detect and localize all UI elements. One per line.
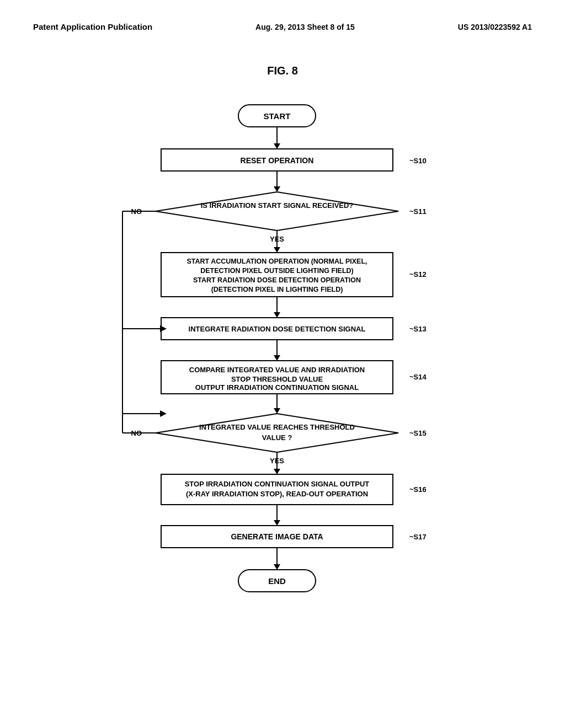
svg-text:VALUE ?: VALUE ? [262,433,292,442]
svg-text:~S14: ~S14 [409,373,427,381]
svg-text:~S13: ~S13 [409,325,427,333]
svg-text:START RADIATION DOSE DETECTION: START RADIATION DOSE DETECTION OPERATION [193,276,361,284]
svg-marker-27 [274,312,280,318]
svg-text:INTEGRATED VALUE REACHES THRES: INTEGRATED VALUE REACHES THRESHOLD [199,423,355,431]
svg-marker-39 [274,408,280,414]
svg-text:DETECTION PIXEL OUTSIDE LIGHTI: DETECTION PIXEL OUTSIDE LIGHTING FIELD) [200,267,354,275]
figure-title: FIG. 8 [33,65,532,77]
publication-title: Patent Application Publication [33,22,152,31]
publication-number: US 2013/0223592 A1 [458,23,532,31]
svg-text:~S17: ~S17 [409,533,427,541]
page-header: Patent Application Publication Aug. 29, … [33,22,532,31]
flowchart-svg: START RESET OPERATION ~S10 IS IRRADIATIO… [89,94,476,673]
svg-text:IS IRRADIATION START SIGNAL RE: IS IRRADIATION START SIGNAL RECEIVED? [201,201,354,210]
svg-marker-62 [274,564,280,570]
svg-marker-9 [156,192,398,231]
patent-page: Patent Application Publication Aug. 29, … [0,0,565,728]
svg-text:END: END [268,576,286,586]
svg-text:OUTPUT IRRADIATION CONTINUATIO: OUTPUT IRRADIATION CONTINUATION SIGNAL [195,383,359,392]
svg-text:STOP IRRADIATION CONTINUATION : STOP IRRADIATION CONTINUATION SIGNAL OUT… [185,480,370,488]
svg-text:(X-RAY IRRADIATION STOP), READ: (X-RAY IRRADIATION STOP), READ-OUT OPERA… [186,490,368,498]
svg-text:START: START [264,111,291,121]
svg-text:STOP THRESHOLD VALUE: STOP THRESHOLD VALUE [231,375,323,383]
svg-marker-3 [274,143,280,149]
svg-text:~S15: ~S15 [409,429,427,437]
publication-date-sheet: Aug. 29, 2013 Sheet 8 of 15 [255,23,355,31]
flowchart-container: START RESET OPERATION ~S10 IS IRRADIATIO… [33,94,532,673]
svg-marker-57 [274,520,280,526]
svg-text:~S11: ~S11 [409,207,427,216]
svg-marker-16 [160,410,167,417]
svg-text:RESET OPERATION: RESET OPERATION [241,156,314,165]
svg-marker-19 [274,247,280,253]
svg-marker-32 [274,355,280,361]
svg-marker-40 [156,414,398,452]
svg-text:~S10: ~S10 [409,157,427,165]
svg-text:INTEGRATE RADIATION DOSE DETEC: INTEGRATE RADIATION DOSE DETECTION SIGNA… [189,325,366,333]
svg-text:~S12: ~S12 [409,270,427,279]
svg-text:(DETECTION PIXEL IN LIGHTING F: (DETECTION PIXEL IN LIGHTING FIELD) [211,286,343,293]
svg-text:GENERATE IMAGE DATA: GENERATE IMAGE DATA [231,532,323,541]
svg-text:START ACCUMULATION OPERATION (: START ACCUMULATION OPERATION (NORMAL PIX… [186,258,367,265]
svg-marker-8 [274,186,280,192]
svg-text:~S16: ~S16 [409,485,427,494]
svg-text:COMPARE INTEGRATED VALUE AND I: COMPARE INTEGRATED VALUE AND IRRADIATION [189,366,365,374]
svg-marker-51 [274,469,280,474]
